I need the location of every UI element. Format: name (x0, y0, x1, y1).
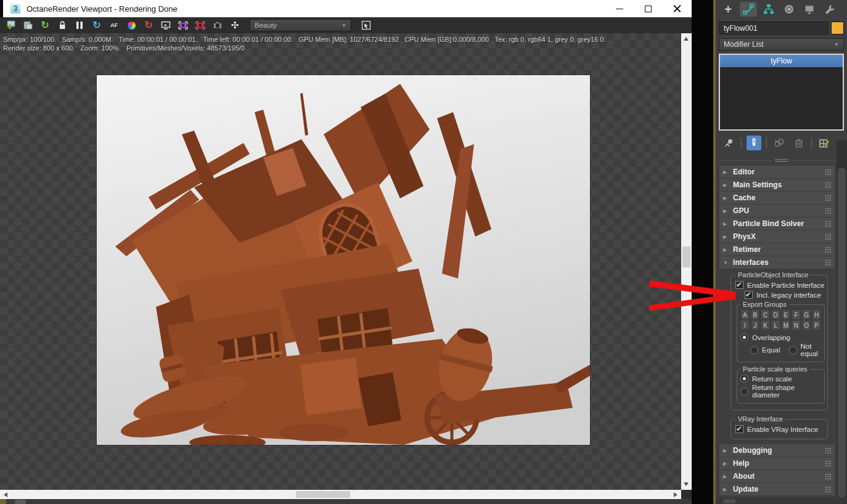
enable-vray-interface-checkbox[interactable]: Enable VRay Interface (735, 425, 825, 433)
scroll-left-icon[interactable] (4, 492, 7, 497)
enable-particle-interface-checkbox[interactable]: Enable Particle Interface (735, 281, 825, 289)
scroll-right-icon[interactable] (674, 492, 677, 497)
object-name-input[interactable]: tyFlow001 (719, 22, 829, 35)
rollout-gpu[interactable]: GPU (719, 205, 835, 217)
hierarchy-icon (763, 4, 774, 15)
rollout-label: Main Settings (733, 181, 782, 189)
rollout-retimer[interactable]: Retimer (719, 243, 835, 256)
checkbox-checked-icon (735, 425, 743, 433)
export-group-g-button[interactable]: G (802, 311, 811, 320)
purple-camera-icon[interactable] (177, 19, 189, 31)
expand-arrow-icon (723, 461, 728, 466)
maximize-button[interactable] (634, 0, 663, 17)
plus-icon: + (724, 3, 732, 15)
rollout-interfaces[interactable]: Interfaces (719, 256, 835, 269)
tab-create[interactable]: + (719, 2, 737, 17)
group-title: Export Groups (740, 301, 789, 308)
drag-grip-icon (825, 460, 831, 466)
not-equal-radio[interactable] (789, 346, 797, 354)
rollout-particle-bind-solver[interactable]: Particle Bind Solver (719, 217, 835, 230)
show-end-result-button[interactable] (747, 136, 761, 150)
return-scale-radio[interactable]: Return scale (740, 375, 822, 383)
remove-modifier-icon[interactable] (792, 136, 806, 150)
tab-motion[interactable] (780, 2, 798, 17)
incl-legacy-interface-checkbox[interactable]: Incl. legacy interface (745, 291, 825, 299)
export-group-o-button[interactable]: O (802, 321, 811, 330)
window-titlebar[interactable]: 3 OctaneRender Viewport - Rendering Done (0, 0, 692, 17)
tab-utilities[interactable] (821, 2, 838, 17)
vertical-scrollbar[interactable] (681, 33, 692, 490)
scroll-down-icon[interactable] (684, 482, 689, 486)
export-group-n-button[interactable]: N (792, 321, 801, 330)
export-group-m-button[interactable]: M (782, 321, 791, 330)
refresh-icon[interactable]: ↻ (91, 19, 103, 31)
object-color-swatch[interactable] (831, 22, 844, 35)
rollout-update[interactable]: Update (719, 483, 835, 495)
rollout-help[interactable]: Help (719, 457, 835, 469)
export-group-a-button[interactable]: A (740, 311, 750, 320)
panel-scrollbar[interactable] (837, 140, 847, 504)
modifier-list-dropdown[interactable]: Modifier List (719, 38, 844, 51)
pin-stack-icon[interactable] (721, 136, 736, 150)
copy-image-button[interactable] (22, 19, 34, 31)
export-group-j-button[interactable]: J (751, 321, 760, 330)
shutter-icon[interactable]: ✣ (229, 19, 241, 31)
autofocus-icon[interactable]: AF (108, 19, 120, 31)
horizontal-scrollbar[interactable] (0, 490, 681, 499)
render-image[interactable] (97, 75, 590, 445)
picker-icon[interactable] (360, 19, 372, 31)
rollouts-list: Editor Main Settings Cache GPU Particle (716, 166, 837, 495)
export-group-b-button[interactable]: B (751, 311, 760, 320)
make-unique-icon[interactable] (772, 136, 787, 150)
drag-grip-icon (825, 246, 831, 253)
divider-drag-handle[interactable] (775, 158, 788, 162)
red-camera-icon[interactable] (194, 19, 207, 31)
restart-render-icon[interactable]: ↻ (39, 19, 51, 31)
window-bottom-edge (0, 499, 692, 504)
tab-display[interactable] (801, 2, 818, 17)
export-group-h-button[interactable]: H (812, 311, 821, 320)
tab-modify[interactable] (740, 2, 757, 17)
export-group-i-button[interactable]: I (740, 321, 750, 330)
modifier-stack-item-tyflow[interactable]: tyFlow (720, 55, 843, 67)
horizontal-scrollbar-thumb[interactable] (296, 491, 350, 498)
tab-hierarchy[interactable] (760, 2, 777, 17)
minimize-icon (616, 9, 623, 9)
rollout-label: Cache (733, 193, 756, 202)
scroll-up-icon[interactable] (684, 37, 689, 41)
render-pass-dropdown[interactable]: Beauty (250, 19, 351, 31)
return-shape-diameter-radio[interactable]: Return shape diameter (740, 384, 822, 399)
minimize-button[interactable] (605, 0, 634, 17)
export-groups-group: Export Groups A B C D E F G H I J (737, 301, 825, 362)
camera-icon[interactable] (211, 19, 224, 31)
close-button[interactable] (663, 0, 692, 17)
export-group-c-button[interactable]: C (761, 311, 770, 320)
panel-scrollbar-thumb[interactable] (838, 168, 846, 498)
rollout-physx[interactable]: PhysX (719, 230, 835, 243)
color-wheel-icon[interactable] (125, 19, 137, 31)
rollout-debugging[interactable]: Debugging (719, 444, 835, 457)
drag-grip-icon (825, 182, 831, 188)
rollout-main-settings[interactable]: Main Settings (719, 179, 835, 191)
rollout-cache[interactable]: Cache (719, 192, 835, 204)
pause-icon[interactable] (73, 19, 86, 31)
export-group-e-button[interactable]: E (782, 311, 791, 320)
expand-arrow-icon (723, 169, 728, 175)
region-refresh-icon[interactable]: ↻ (142, 19, 155, 31)
export-group-d-button[interactable]: D (771, 311, 780, 320)
save-image-button[interactable] (4, 19, 17, 31)
configure-modifier-sets-icon[interactable] (817, 136, 832, 150)
overlapping-radio[interactable]: Overlapping (740, 333, 822, 341)
export-group-k-button[interactable]: K (761, 321, 770, 330)
separator (741, 138, 742, 148)
rollout-about[interactable]: About (719, 470, 835, 482)
rollout-editor[interactable]: Editor (719, 166, 835, 178)
export-group-f-button[interactable]: F (792, 311, 801, 320)
lock-icon[interactable] (56, 19, 68, 31)
render-viewport-canvas[interactable]: Smp/px: 100/100. Samp/s: 0,000M. Time: 0… (0, 33, 681, 490)
export-group-l-button[interactable]: L (771, 321, 780, 330)
equal-radio[interactable] (750, 346, 758, 354)
vertical-scrollbar-thumb[interactable] (682, 246, 690, 267)
export-group-p-button[interactable]: P (812, 321, 821, 330)
monitor-icon[interactable] (160, 19, 172, 31)
